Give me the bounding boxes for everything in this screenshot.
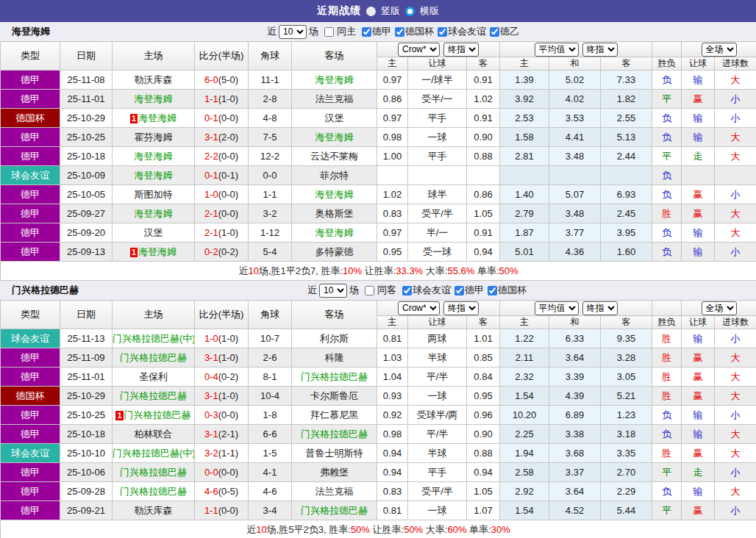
match-row: 德甲25-09-28门兴格拉德巴赫4-6(0-5)4-6法兰克福0.83受平/半…	[1, 482, 756, 501]
odds-source-select[interactable]: Crow*	[398, 301, 440, 315]
away-team[interactable]: 汉堡	[292, 109, 377, 128]
away-team[interactable]: 菲尔特	[292, 166, 377, 185]
home-team[interactable]: 门兴格拉德巴赫	[113, 348, 195, 367]
home-team-name: 门兴格拉德巴赫(中)	[113, 333, 195, 344]
recent-count-select[interactable]: 10	[279, 25, 307, 39]
odds-home: 0.97	[377, 109, 408, 128]
home-team[interactable]: 1海登海姆	[113, 243, 195, 262]
home-team[interactable]: 门兴格拉德巴赫	[113, 387, 195, 406]
league-badge: 德甲	[1, 348, 60, 367]
home-team[interactable]: 门兴格拉德巴赫(中)	[113, 444, 195, 463]
home-team[interactable]: 海登海姆	[113, 166, 195, 185]
away-team[interactable]: 科隆	[292, 348, 377, 367]
away-team[interactable]: 门兴格拉德巴赫	[292, 367, 377, 387]
result-wdl: 平	[652, 463, 682, 482]
odds-source-select[interactable]: Crow*	[398, 43, 440, 57]
result-wdl: 胜	[652, 204, 682, 223]
away-team[interactable]: 海登海姆	[292, 128, 377, 147]
league-filter-checkbox[interactable]	[402, 286, 412, 295]
fullmatch-select[interactable]: 全场	[702, 43, 737, 57]
away-team[interactable]: 法兰克福	[292, 482, 377, 501]
avg-final-select[interactable]: 终指	[582, 43, 618, 57]
home-team[interactable]: 海登海姆	[113, 147, 195, 166]
home-team[interactable]: 勒沃库森	[113, 501, 195, 520]
away-team[interactable]: 拜仁慕尼黑	[292, 406, 377, 425]
summary-segment: 50%	[404, 524, 423, 535]
away-team[interactable]: 海登海姆	[292, 185, 377, 204]
away-team[interactable]: 利尔斯	[292, 329, 377, 348]
home-team[interactable]: 海登海姆	[113, 90, 195, 109]
handicap: 两球	[408, 329, 467, 348]
away-team[interactable]: 门兴格拉德巴赫	[292, 501, 377, 520]
horizontal-layout-radio[interactable]	[405, 7, 415, 16]
away-team[interactable]: 奥格斯堡	[292, 204, 377, 223]
home-team[interactable]: 门兴格拉德巴赫	[113, 463, 195, 482]
league-filter-checkbox[interactable]	[438, 27, 447, 37]
away-team[interactable]: 法兰克福	[292, 90, 377, 109]
avg-home: 1.94	[500, 444, 549, 463]
avg-draw: 3.64	[549, 482, 601, 501]
avg-draw: 3.64	[549, 348, 601, 367]
avg-away: 1.60	[601, 243, 652, 262]
final-odds-select[interactable]: 终指	[443, 301, 479, 315]
home-team[interactable]: 门兴格拉德巴赫(中)	[113, 329, 195, 348]
league-filter-checkbox[interactable]	[362, 27, 371, 37]
corner-count: 2-8	[249, 90, 292, 109]
odds-away: 1.05	[467, 482, 500, 501]
avg-away: 9.35	[601, 329, 652, 348]
away-team[interactable]: 弗赖堡	[292, 463, 377, 482]
home-team[interactable]: 斯图加特	[113, 185, 195, 204]
summary-segment: 30%	[491, 524, 510, 535]
avg-away: 5.21	[601, 387, 652, 406]
away-team[interactable]: 门兴格拉德巴赫	[292, 425, 377, 444]
away-team[interactable]: 多特蒙德	[292, 243, 377, 262]
home-team[interactable]: 1海登海姆	[113, 109, 195, 128]
home-team[interactable]: 海登海姆	[113, 204, 195, 223]
score-cell: 3-1(2-1)	[195, 425, 249, 444]
odds-away: 0.90	[467, 425, 500, 444]
league-filter-checkbox[interactable]	[488, 286, 497, 295]
corner-count: 1-12	[249, 223, 292, 243]
vertical-layout-radio[interactable]	[366, 7, 376, 16]
home-team[interactable]: 霍芬海姆	[113, 128, 195, 147]
away-team[interactable]: 普鲁士明斯特	[292, 444, 377, 463]
odds-away: 0.91	[467, 71, 500, 90]
home-team[interactable]: 圣保利	[113, 367, 195, 387]
col-date: 日期	[60, 42, 113, 71]
result-goals: 大	[715, 348, 756, 367]
avg-final-select[interactable]: 终指	[582, 301, 618, 315]
odds-home: 0.98	[377, 128, 408, 147]
fullmatch-select[interactable]: 全场	[702, 301, 737, 315]
league-filter-checkbox[interactable]	[490, 27, 499, 37]
games-label: 场	[309, 25, 318, 38]
home-team[interactable]: 勒沃库森	[113, 71, 195, 90]
recent-count-select[interactable]: 10	[319, 284, 347, 298]
avg-draw: 4.02	[549, 90, 601, 109]
away-team-name: 海登海姆	[315, 74, 354, 85]
league-filter-checkbox[interactable]	[395, 27, 404, 37]
home-team[interactable]: 门兴格拉德巴赫	[113, 482, 195, 501]
avg-home: 1.22	[500, 329, 549, 348]
average-select[interactable]: 平均值	[535, 43, 579, 57]
avg-away: 3.28	[601, 348, 652, 367]
final-odds-select[interactable]: 终指	[443, 43, 479, 57]
home-team[interactable]: 汉堡	[113, 223, 195, 243]
result-goals: 大	[715, 204, 756, 223]
summary-segment: 单率:	[474, 265, 499, 276]
result-goals: 小	[715, 406, 756, 425]
result-wdl: 负	[652, 71, 682, 90]
same-venue-checkbox[interactable]	[324, 27, 334, 37]
league-filter-checkbox[interactable]	[454, 286, 464, 295]
away-team[interactable]: 云达不莱梅	[292, 147, 377, 166]
home-team[interactable]: 柏林联合	[113, 425, 195, 444]
home-team[interactable]: 1门兴格拉德巴赫	[113, 406, 195, 425]
average-select[interactable]: 平均值	[535, 301, 579, 315]
same-venue-checkbox[interactable]	[365, 286, 374, 295]
corner-count: 8-1	[249, 367, 292, 387]
away-team[interactable]: 海登海姆	[292, 223, 377, 243]
league-filter-label: 球会友谊	[413, 284, 451, 297]
match-date: 25-09-20	[60, 223, 113, 243]
away-team[interactable]: 海登海姆	[292, 71, 377, 90]
odds-home: 0.95	[377, 243, 408, 262]
away-team[interactable]: 卡尔斯鲁厄	[292, 387, 377, 406]
